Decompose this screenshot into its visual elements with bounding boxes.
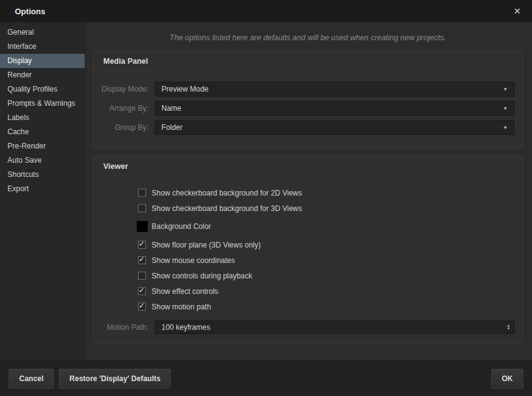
checkbox[interactable]: ✓ bbox=[138, 287, 146, 295]
chevron-down-icon: ▼ bbox=[503, 87, 508, 92]
group-by-label: Group By: bbox=[101, 123, 148, 132]
arrange-by-dropdown[interactable]: Name ▼ bbox=[155, 101, 515, 116]
checkbox-row-effect-controls[interactable]: ✓ Show effect controls bbox=[138, 283, 515, 299]
background-color-swatch[interactable] bbox=[137, 221, 148, 232]
media-panel-group: Media Panel Display Mode: Preview Mode ▼… bbox=[93, 51, 523, 148]
checkbox-row-controls-playback[interactable]: ✓ Show controls during playback bbox=[138, 268, 515, 283]
sidebar-item-quality-profiles[interactable]: Quality Profiles bbox=[0, 82, 85, 97]
sidebar-item-pre-render[interactable]: Pre-Render bbox=[0, 139, 85, 153]
sidebar-item-prompts-warnings[interactable]: Prompts & Warnings bbox=[0, 97, 85, 111]
group-by-row: Group By: Folder ▼ bbox=[101, 120, 515, 135]
check-icon: ✓ bbox=[139, 239, 145, 248]
ok-button[interactable]: OK bbox=[491, 369, 523, 389]
checkbox[interactable]: ✓ bbox=[138, 303, 146, 311]
chevron-down-icon: ▼ bbox=[503, 106, 508, 111]
checkbox[interactable]: ✓ bbox=[138, 189, 146, 197]
background-color-label: Background Color bbox=[152, 222, 211, 231]
motion-path-stepper[interactable]: 100 keyframes ▲ ▼ bbox=[155, 321, 515, 334]
checkbox[interactable]: ✓ bbox=[138, 256, 146, 264]
checkbox-label: Show effect controls bbox=[152, 287, 218, 296]
sidebar-item-display[interactable]: Display bbox=[0, 54, 85, 68]
checkbox-row-floor-plane[interactable]: ✓ Show floor plane (3D Views only) bbox=[138, 237, 515, 252]
restore-defaults-button[interactable]: Restore 'Display' Defaults bbox=[59, 369, 171, 389]
sidebar-item-auto-save[interactable]: Auto Save bbox=[0, 153, 85, 168]
footer-bar: Cancel Restore 'Display' Defaults OK bbox=[0, 360, 532, 396]
group-by-dropdown[interactable]: Folder ▼ bbox=[155, 120, 515, 135]
spinner-down-icon[interactable]: ▼ bbox=[507, 327, 510, 330]
checkbox-label: Show motion path bbox=[152, 303, 211, 311]
media-panel-body: Display Mode: Preview Mode ▼ Arrange By:… bbox=[93, 71, 522, 148]
checkbox-label: Show checkerboard background for 3D View… bbox=[152, 204, 302, 213]
check-icon: ✓ bbox=[139, 301, 145, 310]
checkbox-label: Show mouse coordinates bbox=[152, 256, 235, 265]
checkbox-label: Show floor plane (3D Views only) bbox=[152, 241, 261, 249]
checkbox-row-checkerboard-2d[interactable]: ✓ Show checkerboard background for 2D Vi… bbox=[138, 185, 515, 200]
arrange-by-row: Arrange By: Name ▼ bbox=[101, 101, 515, 116]
close-icon[interactable]: ✕ bbox=[513, 6, 521, 16]
checkbox[interactable]: ✓ bbox=[138, 204, 146, 212]
motion-path-row: Motion Path: 100 keyframes ▲ ▼ bbox=[101, 321, 515, 334]
sidebar-item-cache[interactable]: Cache bbox=[0, 125, 85, 139]
arrange-by-value: Name bbox=[161, 104, 181, 113]
check-icon: ✓ bbox=[139, 255, 145, 264]
display-mode-value: Preview Mode bbox=[161, 85, 208, 93]
background-color-row[interactable]: Background Color bbox=[138, 218, 515, 235]
dialog-body: General Interface Display Render Quality… bbox=[0, 22, 532, 360]
sidebar-item-general[interactable]: General bbox=[0, 25, 85, 40]
title-bar: Options ✕ bbox=[0, 0, 532, 22]
viewer-group: Viewer ✓ Show checkerboard background fo… bbox=[93, 156, 523, 343]
checkbox-row-motion-path[interactable]: ✓ Show motion path bbox=[138, 299, 515, 314]
checkbox[interactable]: ✓ bbox=[138, 272, 146, 280]
checkbox-row-checkerboard-3d[interactable]: ✓ Show checkerboard background for 3D Vi… bbox=[138, 200, 515, 216]
display-mode-label: Display Mode: bbox=[101, 85, 148, 93]
display-mode-dropdown[interactable]: Preview Mode ▼ bbox=[155, 82, 515, 97]
checkbox-row-mouse-coordinates[interactable]: ✓ Show mouse coordinates bbox=[138, 252, 515, 268]
sidebar-item-render[interactable]: Render bbox=[0, 68, 85, 82]
sidebar-item-shortcuts[interactable]: Shortcuts bbox=[0, 168, 85, 182]
sidebar: General Interface Display Render Quality… bbox=[0, 22, 85, 360]
content-area: The options listed here are defaults and… bbox=[85, 22, 532, 360]
cancel-button[interactable]: Cancel bbox=[9, 369, 54, 389]
checkbox[interactable]: ✓ bbox=[138, 241, 146, 249]
viewer-body: ✓ Show checkerboard background for 2D Vi… bbox=[93, 176, 522, 343]
window-title: Options bbox=[15, 7, 45, 16]
arrange-by-label: Arrange By: bbox=[101, 104, 148, 113]
viewer-title: Viewer bbox=[93, 157, 522, 176]
media-panel-title: Media Panel bbox=[93, 51, 522, 71]
spinner-icon[interactable]: ▲ ▼ bbox=[507, 324, 510, 330]
display-mode-row: Display Mode: Preview Mode ▼ bbox=[101, 82, 515, 97]
checkbox-label: Show controls during playback bbox=[152, 272, 252, 280]
motion-path-label: Motion Path: bbox=[101, 323, 148, 332]
options-dialog: Options ✕ General Interface Display Rend… bbox=[0, 0, 532, 396]
chevron-down-icon: ▼ bbox=[503, 125, 508, 131]
viewer-rows: ✓ Show checkerboard background for 2D Vi… bbox=[101, 183, 515, 314]
check-icon: ✓ bbox=[139, 286, 145, 295]
checkbox-label: Show checkerboard background for 2D View… bbox=[152, 189, 302, 197]
motion-path-value: 100 keyframes bbox=[161, 323, 210, 332]
sidebar-item-labels[interactable]: Labels bbox=[0, 111, 85, 125]
group-by-value: Folder bbox=[161, 123, 182, 132]
sidebar-item-interface[interactable]: Interface bbox=[0, 40, 85, 54]
sidebar-item-export[interactable]: Export bbox=[0, 182, 85, 196]
defaults-note: The options listed here are defaults and… bbox=[93, 27, 523, 51]
